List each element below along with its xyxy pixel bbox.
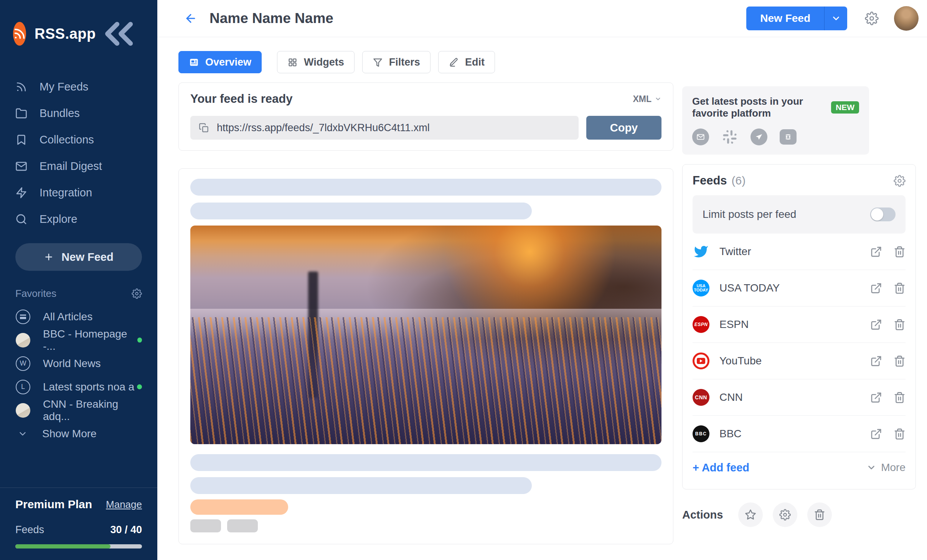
tab-edit[interactable]: Edit — [438, 51, 495, 73]
new-feed-label: New Feed — [61, 251, 113, 264]
back-button[interactable] — [184, 12, 197, 25]
discord-icon[interactable] — [780, 128, 797, 145]
limit-posts-toggle[interactable] — [870, 208, 896, 221]
user-avatar[interactable] — [894, 6, 919, 31]
main-area: Name Name Name New Feed Overview — [157, 0, 927, 560]
feed-settings-button[interactable] — [773, 502, 797, 527]
add-feed-link[interactable]: + Add feed — [693, 461, 749, 474]
nav-label: Integration — [40, 186, 92, 199]
external-link-icon[interactable] — [870, 392, 882, 404]
tab-overview[interactable]: Overview — [178, 51, 262, 73]
chevron-down-icon — [655, 96, 661, 102]
telegram-icon[interactable] — [751, 128, 767, 145]
trash-icon[interactable] — [894, 246, 906, 258]
chevron-down-icon — [18, 429, 28, 439]
format-value: XML — [633, 94, 652, 104]
nav-label: Explore — [40, 213, 77, 226]
platform-promo-card: Get latest posts in your favorite platfo… — [682, 86, 869, 155]
feed-ready-heading: Your feed is ready — [190, 92, 292, 106]
page-title: Name Name Name — [209, 10, 333, 26]
new-feed-button[interactable]: New Feed — [746, 7, 824, 30]
feeds-usage-progressbar — [15, 544, 142, 548]
tab-label: Widgets — [304, 56, 344, 68]
favorite-item-bbc[interactable]: BBC - Homepage -... — [0, 328, 157, 352]
app-title: RSS.app — [35, 26, 96, 42]
favorite-label: CNN - Breaking adq... — [43, 398, 142, 423]
trash-icon[interactable] — [894, 355, 906, 367]
plan-footer: Premium Plan Manage Feeds 30 / 40 — [0, 488, 157, 560]
feeds-panel-title: Feeds — [693, 174, 727, 188]
nav-label: My Feeds — [40, 81, 88, 93]
favorite-label: World News — [43, 357, 101, 370]
email-icon[interactable] — [692, 128, 709, 145]
content: Overview Widgets Filters Edit — [157, 37, 927, 560]
favorite-item-cnn[interactable]: CNN - Breaking adq... — [0, 399, 157, 422]
bbc-logo: BBC — [693, 425, 709, 442]
favorite-item-all-articles[interactable]: All Articles — [0, 305, 157, 328]
sidebar-item-bundles[interactable]: Bundles — [0, 100, 157, 127]
new-feed-dropdown-button[interactable] — [824, 7, 847, 30]
collapse-sidebar-icon[interactable] — [96, 11, 142, 57]
favorites-list: All Articles BBC - Homepage -... W World… — [0, 305, 157, 422]
feeds-usage-value: 30 / 40 — [110, 524, 142, 536]
trash-icon[interactable] — [894, 319, 906, 331]
feed-row-youtube: YouTube — [693, 343, 906, 379]
favorite-star-button[interactable] — [738, 502, 763, 527]
article-photo — [190, 226, 661, 444]
favorite-label: All Articles — [43, 311, 92, 323]
delete-feed-button[interactable] — [807, 502, 832, 527]
settings-gear-icon[interactable] — [865, 12, 879, 25]
external-link-icon[interactable] — [870, 428, 882, 440]
trash-icon[interactable] — [894, 428, 906, 440]
sidebar-item-collections[interactable]: Collections — [0, 127, 157, 153]
trash-icon[interactable] — [894, 282, 906, 294]
feed-url-field[interactable]: https://rss.app/feeds/_7ldxbVKRHu6C4t11.… — [190, 116, 579, 140]
sidebar-item-explore[interactable]: Explore — [0, 206, 157, 232]
format-dropdown[interactable]: XML — [633, 94, 661, 104]
limit-posts-label: Limit posts per feed — [703, 208, 796, 221]
feed-avatar — [15, 403, 31, 418]
external-link-icon[interactable] — [870, 246, 882, 258]
feed-row-usa-today: USA TODAY USA TODAY — [693, 270, 906, 306]
rss-app-window: RSS.app My Feeds Bundles Collections Ema… — [0, 0, 927, 560]
all-articles-icon — [15, 309, 31, 324]
sidebar-item-integration[interactable]: Integration — [0, 180, 157, 206]
new-feed-split-button: New Feed — [746, 7, 847, 30]
external-link-icon[interactable] — [870, 319, 882, 331]
bookmark-icon — [15, 134, 27, 146]
topbar: Name Name Name New Feed — [157, 0, 927, 37]
manage-plan-link[interactable]: Manage — [106, 499, 142, 511]
tab-filters[interactable]: Filters — [362, 51, 431, 73]
skeleton-link-bar — [190, 499, 288, 515]
external-link-icon[interactable] — [870, 355, 882, 367]
zap-icon — [15, 187, 27, 199]
twitter-icon — [693, 243, 709, 260]
favorites-label: Favorites — [15, 288, 56, 300]
skeleton-tag — [190, 519, 221, 532]
copy-button[interactable]: Copy — [586, 116, 661, 140]
rss-logo-icon — [13, 22, 26, 46]
sidebar-new-feed-button[interactable]: New Feed — [15, 243, 142, 271]
favorite-item-world-news[interactable]: W World News — [0, 352, 157, 375]
sidebar: RSS.app My Feeds Bundles Collections Ema… — [0, 0, 157, 560]
feed-row-twitter: Twitter — [693, 234, 906, 270]
folder-icon — [15, 107, 27, 119]
feeds-gear-icon[interactable] — [894, 175, 906, 187]
cnn-logo: CNN — [693, 389, 709, 406]
sidebar-item-email-digest[interactable]: Email Digest — [0, 153, 157, 180]
external-link-icon[interactable] — [870, 282, 882, 294]
feed-preview-card — [178, 168, 673, 544]
feed-row-bbc: BBC BBC — [693, 416, 906, 452]
sidebar-item-my-feeds[interactable]: My Feeds — [0, 74, 157, 100]
slack-icon[interactable] — [721, 128, 738, 145]
skeleton-subtitle-bar — [190, 203, 532, 219]
favorites-gear-icon[interactable] — [132, 288, 142, 299]
trash-icon[interactable] — [894, 392, 906, 404]
show-more-button[interactable]: Show More — [0, 422, 157, 445]
grid-icon — [287, 57, 298, 68]
favorite-item-latest-sports[interactable]: L Latest sports noa a — [0, 375, 157, 399]
more-button[interactable]: More — [866, 461, 906, 474]
nav-label: Bundles — [40, 107, 80, 120]
tab-widgets[interactable]: Widgets — [277, 51, 355, 73]
favorites-header: Favorites — [0, 288, 157, 300]
